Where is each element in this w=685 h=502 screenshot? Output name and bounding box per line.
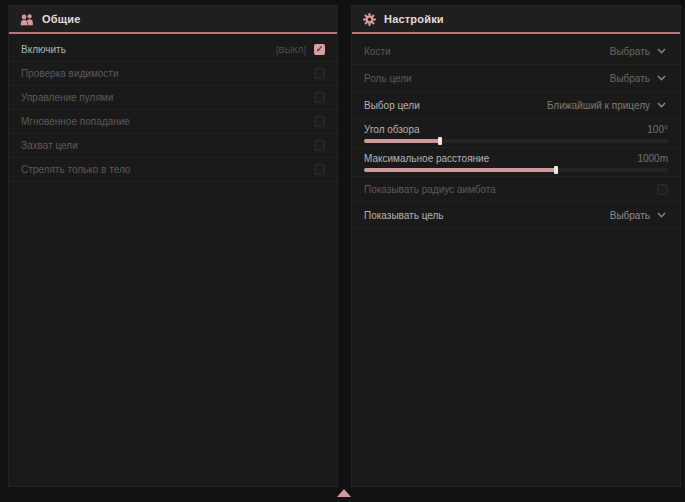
chevron-down-icon	[657, 102, 666, 108]
general-panel: Общие Включить [ВЫКЛ] ✓ Проверка видимос…	[8, 5, 338, 487]
row-instant-hit-checkbox[interactable]	[314, 116, 325, 127]
row-bullet-control-label: Управление пулями	[21, 92, 113, 103]
row-visibility-check-label: Проверка видимости	[21, 68, 119, 79]
row-body-only: Стрелять только в тело	[9, 158, 337, 182]
row-target-lock: Захват цели	[9, 134, 337, 158]
show-target-select-value: Выбрать	[610, 210, 650, 221]
show-aimbot-radius-checkbox[interactable]	[657, 184, 668, 195]
fov-slider-handle[interactable]	[438, 137, 442, 145]
settings-panel-header: Настройки	[352, 6, 680, 34]
settings-panel: Настройки Кости Выбрать Роль цели Выбрат…	[351, 5, 681, 487]
bones-select-value: Выбрать	[610, 46, 650, 57]
fov-value: 100°	[647, 124, 668, 135]
target-selection-select[interactable]: Ближайший к прицелу	[545, 98, 668, 113]
row-target-selection-label: Выбор цели	[364, 100, 420, 111]
row-bullet-control-checkbox[interactable]	[314, 92, 325, 103]
cursor-icon	[337, 489, 351, 497]
row-bones-label: Кости	[364, 46, 391, 57]
row-max-distance-label: Максимальное расстояние	[364, 153, 489, 164]
row-enable-hotkey[interactable]: [ВЫКЛ]	[276, 45, 306, 55]
row-body-only-checkbox[interactable]	[314, 164, 325, 175]
mod-menu-screen: Общие Включить [ВЫКЛ] ✓ Проверка видимос…	[0, 0, 685, 502]
row-body-only-label: Стрелять только в тело	[21, 164, 130, 175]
row-target-role: Роль цели Выбрать	[352, 65, 680, 92]
row-enable: Включить [ВЫКЛ] ✓	[9, 38, 337, 62]
target-selection-select-value: Ближайший к прицелу	[547, 100, 650, 111]
row-show-aimbot-radius-label: Показывать радиус аимбота	[364, 184, 496, 195]
max-distance-slider-handle[interactable]	[554, 166, 558, 174]
target-role-select[interactable]: Выбрать	[608, 71, 668, 86]
row-show-aimbot-radius: Показывать радиус аимбота	[352, 177, 680, 202]
row-enable-checkbox[interactable]: ✓	[314, 44, 325, 55]
general-panel-body: Включить [ВЫКЛ] ✓ Проверка видимости Упр…	[9, 34, 337, 182]
gear-icon	[363, 13, 376, 26]
row-fov: Угол обзора 100°	[352, 119, 680, 148]
row-bones: Кости Выбрать	[352, 38, 680, 65]
row-enable-label: Включить	[21, 44, 66, 55]
max-distance-value: 1000m	[637, 153, 668, 164]
general-panel-title: Общие	[42, 13, 81, 25]
check-icon: ✓	[314, 44, 325, 55]
show-target-select[interactable]: Выбрать	[608, 208, 668, 223]
fov-slider[interactable]	[364, 139, 668, 143]
row-target-lock-label: Захват цели	[21, 140, 78, 151]
bones-select[interactable]: Выбрать	[608, 44, 668, 59]
row-target-lock-checkbox[interactable]	[314, 140, 325, 151]
row-fov-label: Угол обзора	[364, 124, 420, 135]
row-show-target-label: Показывать цель	[364, 210, 444, 221]
row-max-distance: Максимальное расстояние 1000m	[352, 148, 680, 177]
row-bullet-control: Управление пулями	[9, 86, 337, 110]
max-distance-slider[interactable]	[364, 168, 668, 172]
settings-panel-body: Кости Выбрать Роль цели Выбрать Выбор це…	[352, 34, 680, 229]
row-show-target: Показывать цель Выбрать	[352, 202, 680, 229]
chevron-down-icon	[657, 48, 666, 54]
settings-panel-title: Настройки	[384, 13, 444, 25]
row-visibility-check: Проверка видимости	[9, 62, 337, 86]
users-icon	[20, 13, 34, 26]
row-instant-hit-label: Мгновенное попадание	[21, 116, 130, 127]
chevron-down-icon	[657, 75, 666, 81]
row-target-role-label: Роль цели	[364, 73, 412, 84]
chevron-down-icon	[657, 212, 666, 218]
general-panel-header: Общие	[9, 6, 337, 34]
row-instant-hit: Мгновенное попадание	[9, 110, 337, 134]
target-role-select-value: Выбрать	[610, 73, 650, 84]
row-visibility-check-checkbox[interactable]	[314, 68, 325, 79]
row-target-selection: Выбор цели Ближайший к прицелу	[352, 92, 680, 119]
